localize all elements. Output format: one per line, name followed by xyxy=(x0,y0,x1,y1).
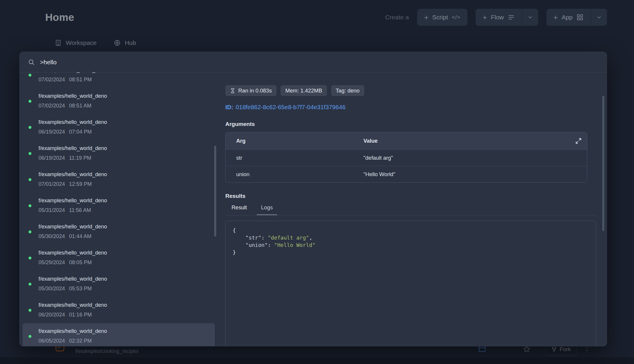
status-dot xyxy=(28,74,31,77)
result-tabs: Result Logs xyxy=(225,204,596,215)
run-details-panel: Ran in 0.083sMem: 1.422MBTag: deno ID:01… xyxy=(217,73,607,346)
run-list-item[interactable]: f/examples/hello_world_deno07/02/202408:… xyxy=(23,73,215,88)
args-table-row: union"Hello World" xyxy=(226,166,587,182)
status-dot xyxy=(28,283,31,286)
tab-logs[interactable]: Logs xyxy=(257,204,277,215)
run-script-path: f/examples/hello_world_deno xyxy=(38,92,210,100)
run-list-item[interactable]: f/examples/hello_world_deno07/02/202408:… xyxy=(23,88,215,114)
run-timestamp: 05/31/202411:56 AM xyxy=(38,207,210,214)
code-line: "union": "Hello World" xyxy=(233,241,589,249)
modal-body: f/examples/hello_world_deno07/02/202408:… xyxy=(20,73,607,346)
run-script-path: f/examples/hello_world_deno xyxy=(38,197,210,204)
status-dot xyxy=(28,309,31,312)
run-list-item[interactable]: f/examples/hello_world_deno05/31/202411:… xyxy=(23,193,215,219)
status-dot xyxy=(28,100,31,103)
run-list-item[interactable]: f/examples/hello_world_deno06/05/202402:… xyxy=(23,323,215,346)
code-line: } xyxy=(233,249,589,256)
args-table-body: str"default arg"union"Hello World" xyxy=(226,149,587,182)
run-timestamp: 07/01/202412:59 PM xyxy=(38,181,210,188)
run-script-path: f/examples/hello_world_deno xyxy=(38,328,210,335)
run-list-item[interactable]: f/examples/hello_world_deno06/20/202401:… xyxy=(23,297,215,323)
run-list-item[interactable]: f/examples/hello_world_deno06/19/202411:… xyxy=(23,140,215,166)
run-list-item[interactable]: f/examples/hello_world_deno05/30/202405:… xyxy=(23,271,215,297)
run-script-path: f/examples/hello_world_deno xyxy=(38,171,210,178)
run-timestamp: 07/02/202408:51 AM xyxy=(38,102,210,109)
run-list: f/examples/hello_world_deno07/02/202408:… xyxy=(20,73,217,346)
search-icon xyxy=(28,59,35,65)
run-id-value[interactable]: 018fe862-8c62-65e8-b7f7-04e31f379646 xyxy=(236,104,345,110)
args-col-value: Value xyxy=(363,138,575,144)
run-list-panel: f/examples/hello_world_deno07/02/202408:… xyxy=(20,73,217,346)
search-bar xyxy=(20,52,607,73)
run-list-item[interactable]: f/examples/hello_world_deno06/19/202407:… xyxy=(23,114,215,140)
code-line: "str": "default arg", xyxy=(233,234,589,241)
result-json-view: { "str": "default arg", "union": "Hello … xyxy=(225,221,596,346)
run-timestamp: 06/19/202407:04 PM xyxy=(38,128,210,136)
run-timestamp: 05/29/202408:05 PM xyxy=(38,259,210,266)
args-table-row: str"default arg" xyxy=(226,149,587,166)
run-timestamp: 06/19/202411:19 PM xyxy=(38,154,210,162)
run-list-item[interactable]: f/examples/hello_world_deno05/29/202408:… xyxy=(23,245,215,271)
run-id-row: ID:018fe862-8c62-65e8-b7f7-04e31f379646 xyxy=(225,104,596,111)
run-timestamp: 05/30/202405:53 PM xyxy=(38,285,210,292)
hourglass-icon xyxy=(230,88,235,93)
status-dot xyxy=(28,257,31,259)
status-dot xyxy=(28,178,31,181)
run-timestamp: 05/30/202401:44 AM xyxy=(38,233,210,240)
run-script-path: f/examples/hello_world_deno xyxy=(38,73,210,74)
run-timestamp: 06/20/202401:16 PM xyxy=(38,311,210,318)
run-id-label: ID: xyxy=(225,104,233,110)
run-timestamp: 07/02/202408:51 PM xyxy=(38,76,210,83)
runs-search-modal: f/examples/hello_world_deno07/02/202408:… xyxy=(19,52,607,346)
status-dot xyxy=(28,204,31,207)
search-input[interactable] xyxy=(40,59,598,66)
run-script-path: f/examples/hello_world_deno xyxy=(38,223,210,230)
arguments-title: Arguments xyxy=(225,121,596,128)
run-script-path: f/examples/hello_world_deno xyxy=(38,119,210,126)
run-list-scrollbar[interactable] xyxy=(214,146,216,237)
tab-result[interactable]: Result xyxy=(227,204,251,215)
run-script-path: f/examples/hello_world_deno xyxy=(38,249,210,257)
args-table-header: Arg Value xyxy=(226,132,587,149)
run-script-path: f/examples/hello_world_deno xyxy=(38,275,210,283)
expand-icon[interactable] xyxy=(575,138,582,144)
run-badge: Ran in 0.083s xyxy=(225,85,276,96)
run-badge: Tag: deno xyxy=(331,85,364,96)
run-timestamp: 06/05/202402:32 PM xyxy=(38,337,210,345)
run-script-path: f/examples/hello_world_deno xyxy=(38,301,210,309)
status-dot xyxy=(28,230,31,233)
results-title: Results xyxy=(225,193,596,200)
run-list-item[interactable]: f/examples/hello_world_deno07/01/202412:… xyxy=(23,166,215,193)
status-dot xyxy=(28,335,31,338)
code-line: { xyxy=(233,227,589,234)
args-table: Arg Value str"default arg"union"Hello Wo… xyxy=(225,132,587,183)
badges-row: Ran in 0.083sMem: 1.422MBTag: deno xyxy=(225,85,596,96)
args-col-arg: Arg xyxy=(226,138,363,144)
status-dot xyxy=(28,152,31,155)
status-dot xyxy=(28,126,31,129)
modal-scrollbar[interactable] xyxy=(602,96,604,231)
run-badge: Mem: 1.422MB xyxy=(281,85,327,96)
run-script-path: f/examples/hello_world_deno xyxy=(38,145,210,152)
run-list-item[interactable]: f/examples/hello_world_deno05/30/202401:… xyxy=(23,219,215,245)
